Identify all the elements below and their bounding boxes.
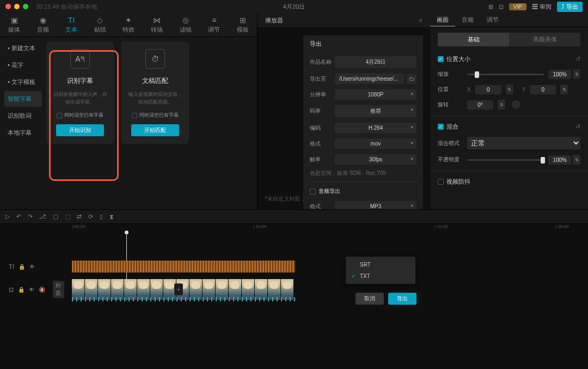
spacer-icon[interactable]: +	[174, 283, 183, 295]
position-checkbox[interactable]: ✓	[438, 56, 444, 62]
tab-media[interactable]: ▣媒体	[0, 13, 28, 37]
folder-icon[interactable]: 🗀	[407, 74, 416, 84]
opacity-slider[interactable]	[467, 159, 544, 161]
card-title: 识别字幕	[67, 76, 93, 86]
rate-select[interactable]: 推荐▾	[335, 105, 416, 117]
stepper-icon[interactable]: ⇅	[573, 155, 580, 165]
redo-icon[interactable]: ↷	[28, 213, 33, 220]
layout-icon[interactable]: ⊞	[488, 3, 493, 10]
vip-badge[interactable]: VIP	[509, 3, 526, 10]
start-recognize-button[interactable]: 开始识别	[56, 124, 104, 136]
close-icon[interactable]	[5, 4, 11, 9]
tab-filter[interactable]: ◎滤镜	[171, 13, 200, 37]
rotation-input[interactable]: 0°	[467, 100, 493, 110]
name-input[interactable]: 4月28日	[335, 56, 416, 68]
pos-x-input[interactable]: 0	[475, 85, 501, 94]
sidebar-item-fancy[interactable]: • 花字	[4, 57, 42, 73]
reset-icon[interactable]: ↺	[575, 56, 580, 63]
text-track-icon: TI	[9, 263, 14, 270]
section-blend: 混合	[446, 123, 458, 131]
text-sidebar: • 新建文本 • 花字 • 文字模板 智能字幕 识别歌词 本地字幕	[0, 37, 46, 209]
export-button[interactable]: ⤴ 导出	[557, 2, 583, 12]
text-icon: TI	[68, 16, 75, 25]
sidebar-item-smart-subtitle[interactable]: 智能字幕	[4, 91, 42, 107]
tab-transition[interactable]: ⋈转场	[143, 13, 171, 37]
text-track[interactable]: TI🔒👁	[0, 260, 588, 273]
tab-adjust[interactable]: ≡调节	[200, 13, 228, 37]
cursor-tool-icon[interactable]: ▷	[5, 213, 10, 220]
tab-effects[interactable]: ✦特效	[114, 13, 143, 37]
export-confirm-button[interactable]: 导出	[388, 293, 416, 305]
stopwatch-icon: ⏱	[145, 49, 165, 69]
text-clip[interactable]	[72, 261, 295, 273]
tab-audio-props[interactable]: 音频	[455, 13, 480, 27]
rate-label: 码率	[310, 107, 335, 115]
tick-label: | 10:00	[253, 224, 266, 229]
eye-icon[interactable]: 👁	[29, 287, 34, 293]
layout2-icon[interactable]: ⊡	[499, 3, 504, 10]
freeze-icon[interactable]: ▯	[100, 213, 103, 220]
seg-basic[interactable]: 基础	[438, 33, 509, 46]
audio-export-checkbox[interactable]	[310, 189, 316, 195]
video-track[interactable]: ⊡🔒👁🔇封面 +	[0, 279, 588, 300]
audio-export-label: 音频导出	[318, 187, 340, 195]
undo-icon[interactable]: ↶	[16, 213, 21, 220]
rotation-label: 旋转	[438, 101, 463, 108]
mute-icon[interactable]: 🔇	[39, 287, 45, 293]
clear-existing-checkbox[interactable]	[57, 113, 62, 118]
eye-icon[interactable]: 👁	[29, 264, 35, 270]
sidebar-item-lyrics[interactable]: 识别歌词	[4, 108, 42, 124]
fps-label: 帧率	[310, 156, 335, 164]
fmt-select[interactable]: mov▾	[335, 138, 416, 149]
blend-checkbox[interactable]: ✓	[438, 124, 444, 130]
seg-beauty[interactable]: 美颜美体	[509, 33, 580, 46]
checkbox-label: 同时清空已有字幕	[139, 112, 179, 119]
clear-existing-checkbox[interactable]	[132, 113, 137, 118]
tab-text[interactable]: TI文本	[57, 13, 85, 37]
tab-sticker[interactable]: ◇贴纸	[85, 13, 114, 37]
review-button[interactable]: ☰ 审阅	[532, 3, 552, 11]
minimize-icon[interactable]	[14, 4, 20, 9]
pos-y-input[interactable]: 0	[530, 85, 556, 94]
blend-mode-select[interactable]: 正常	[467, 137, 580, 149]
enc-select[interactable]: H.264▾	[335, 123, 416, 133]
opacity-value: 100%	[548, 155, 571, 165]
dropdown-option-srt[interactable]: SRT	[346, 259, 415, 270]
effects-icon: ✦	[125, 16, 132, 25]
tab-picture[interactable]: 画面	[430, 13, 455, 27]
speed-icon[interactable]: ⧗	[109, 213, 114, 220]
fps-select[interactable]: 30fps▾	[335, 154, 416, 165]
maximize-icon[interactable]	[23, 4, 28, 9]
tab-audio[interactable]: ◉音频	[28, 13, 57, 37]
cover-label[interactable]: 封面	[53, 281, 64, 298]
tab-adjust-props[interactable]: 调节	[480, 13, 505, 27]
mirror-icon[interactable]: ⇄	[77, 213, 82, 220]
script-match-card: ⏱ 文稿匹配 输入音视频对应的文稿，自动匹配画面。 同时清空已有字幕 开始匹配	[121, 41, 189, 144]
window-controls	[5, 4, 28, 9]
dropdown-option-txt[interactable]: ✓TXT	[346, 270, 415, 282]
delete-icon[interactable]: ▢	[53, 213, 58, 220]
lock-icon[interactable]: 🔒	[19, 264, 25, 270]
stepper-icon[interactable]: ⇅	[498, 100, 505, 110]
cancel-button[interactable]: 取消	[356, 293, 384, 305]
player-menu-icon[interactable]: ≡	[419, 17, 422, 23]
tab-template[interactable]: ⊞模板	[229, 13, 257, 37]
start-match-button[interactable]: 开始匹配	[131, 124, 179, 136]
timeline-ruler[interactable]: | 00:00 | 10:00 | 20:00 | 30:00	[0, 224, 588, 233]
enc-label: 编码	[310, 124, 335, 132]
stepper-icon[interactable]: ⇅	[560, 84, 568, 94]
reset-icon[interactable]: ↺	[575, 123, 580, 130]
keyframe-button[interactable]	[512, 100, 520, 109]
sidebar-item-local-subtitle[interactable]: 本地字幕	[4, 125, 42, 141]
crop-icon[interactable]: ⬚	[65, 213, 70, 220]
rotate-icon[interactable]: ⟳	[88, 213, 93, 220]
sidebar-item-newtext[interactable]: • 新建文本	[4, 40, 42, 56]
sidebar-item-template[interactable]: • 文字模板	[4, 74, 42, 90]
lock-icon[interactable]: 🔒	[18, 287, 24, 293]
res-select[interactable]: 1080P▾	[335, 89, 416, 100]
stepper-icon[interactable]: ⇅	[573, 69, 580, 79]
split-icon[interactable]: ⎇	[39, 213, 46, 220]
stabilize-checkbox[interactable]	[438, 179, 444, 185]
stepper-icon[interactable]: ⇅	[506, 84, 513, 94]
scale-slider[interactable]	[467, 74, 544, 75]
